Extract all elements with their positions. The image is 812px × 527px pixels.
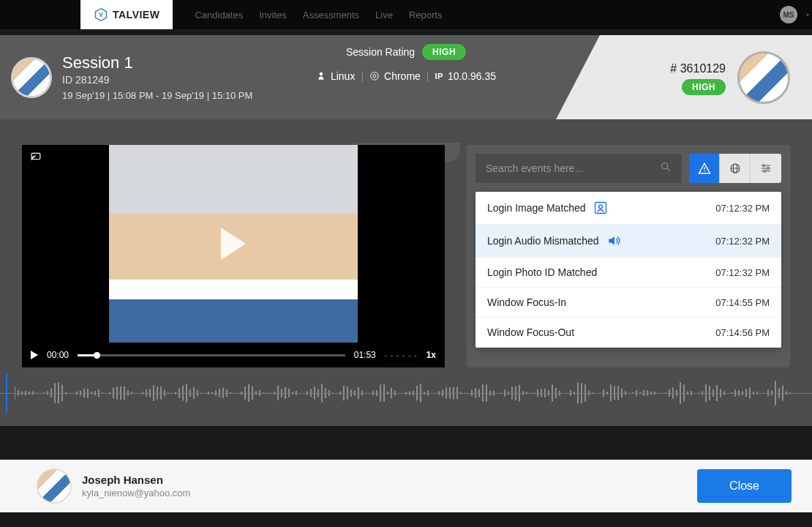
svg-point-18 (764, 170, 766, 172)
audio-timeline[interactable] (0, 367, 812, 419)
session-avatar[interactable] (11, 57, 52, 98)
event-label: Login Image Matched (487, 202, 586, 214)
event-row[interactable]: Window Focus-Out07:14:56 PM (475, 318, 781, 348)
nav-links: Candidates Invites Assessments Live Repo… (195, 10, 442, 20)
session-header: Session 1 ID 281249 19 Sep'19 | 15:08 PM… (0, 35, 812, 119)
events-panel: Login Image Matched07:12:32 PMLogin Audi… (467, 145, 790, 367)
brand-name: TALVIEW (113, 9, 159, 20)
rating-label: Session Rating (346, 46, 415, 58)
seek-track[interactable] (78, 354, 345, 356)
video-controls: 00:00 01:53 - - - - - - 1x (22, 343, 445, 367)
footer-email: kyla_nienow@yahoo.com (82, 487, 190, 498)
svg-point-20 (598, 205, 602, 209)
event-time: 07:12:32 PM (715, 203, 770, 214)
event-row[interactable]: Window Focus-In07:14:55 PM (475, 288, 781, 318)
signal-indicator: - - - - - - (385, 351, 418, 359)
event-time: 07:14:56 PM (715, 327, 770, 338)
timeline-cursor[interactable] (6, 373, 7, 413)
events-search[interactable] (475, 154, 682, 183)
face-icon (593, 201, 608, 215)
session-title: Session 1 (62, 53, 252, 72)
alerts-filter-button[interactable] (689, 154, 720, 183)
footer-avatar[interactable] (37, 468, 72, 504)
play-button[interactable] (221, 228, 246, 260)
search-input[interactable] (486, 162, 660, 174)
session-timerange: 19 Sep'19 | 15:08 PM - 19 Sep'19 | 15:10… (62, 90, 252, 101)
event-time: 07:12:32 PM (715, 236, 770, 247)
nav-invites[interactable]: Invites (259, 10, 287, 20)
time-total: 01:53 (354, 350, 376, 360)
nav-assessments[interactable]: Assessments (303, 10, 359, 20)
event-label: Login Audio Mismatched (487, 235, 599, 247)
chevron-down-icon: ▾ (806, 12, 809, 18)
cast-icon[interactable] (31, 152, 41, 163)
footer-bar: Joseph Hansen kyla_nienow@yahoo.com Clos… (0, 460, 812, 512)
audio-icon (606, 233, 621, 248)
svg-point-17 (767, 168, 770, 170)
event-time: 07:12:32 PM (715, 267, 770, 278)
browser-info: Chrome (369, 70, 421, 82)
play-small-button[interactable] (31, 351, 38, 359)
profile-menu[interactable]: MS (780, 6, 797, 23)
candidate-block: # 3610129 HIGH (556, 35, 812, 119)
candidate-id: # 3610129 (670, 62, 726, 75)
svg-line-7 (667, 168, 669, 171)
event-label: Login Photo ID Matched (487, 266, 597, 278)
svg-point-9 (704, 171, 705, 172)
session-id: ID 281249 (62, 74, 252, 86)
nav-reports[interactable]: Reports (409, 10, 443, 20)
events-list[interactable]: Login Image Matched07:12:32 PMLogin Audi… (475, 192, 781, 348)
svg-text:V: V (99, 11, 103, 18)
video-player: 00:00 01:53 - - - - - - 1x (22, 145, 445, 367)
event-row[interactable]: Login Audio Mismatched07:12:32 PM (475, 225, 781, 258)
rating-badge: HIGH (422, 44, 466, 60)
svg-point-3 (371, 72, 379, 81)
svg-point-2 (320, 72, 323, 76)
event-row[interactable]: Login Photo ID Matched07:12:32 PM (475, 258, 781, 288)
settings-filter-button[interactable] (751, 154, 781, 183)
sliders-icon (759, 162, 772, 175)
os-info: Linux (316, 70, 355, 82)
event-row[interactable]: Login Image Matched07:12:32 PM (475, 192, 781, 225)
session-center-info: Session Rating HIGH Linux | Chrome | IP … (316, 44, 496, 82)
svg-point-16 (763, 165, 765, 167)
candidate-badge: HIGH (682, 79, 726, 95)
logo-hexagon-icon: V (94, 7, 108, 22)
globe-filter-button[interactable] (720, 154, 751, 183)
search-icon[interactable] (660, 161, 672, 176)
time-current: 00:00 (47, 350, 69, 360)
event-time: 07:14:55 PM (715, 297, 770, 308)
close-button[interactable]: Close (697, 469, 792, 503)
video-canvas[interactable] (22, 145, 445, 343)
event-label: Window Focus-In (487, 296, 566, 308)
playback-speed[interactable]: 1x (426, 350, 436, 360)
svg-point-6 (662, 163, 668, 169)
brand-logo[interactable]: V TALVIEW (80, 0, 173, 29)
chrome-icon (369, 71, 380, 81)
top-navigation: V TALVIEW Candidates Invites Assessments… (0, 0, 812, 29)
globe-icon (729, 162, 742, 175)
svg-point-4 (373, 75, 376, 78)
environment-row: Linux | Chrome | IP 10.0.96.35 (316, 70, 496, 82)
alert-triangle-icon (698, 162, 711, 175)
svg-rect-19 (595, 203, 606, 214)
candidate-avatar[interactable] (737, 51, 790, 104)
footer-name: Joseph Hansen (82, 474, 190, 486)
ip-info: IP 10.0.96.35 (435, 70, 496, 82)
nav-live[interactable]: Live (375, 10, 393, 20)
event-label: Window Focus-Out (487, 326, 574, 338)
linux-icon (316, 71, 326, 81)
nav-candidates[interactable]: Candidates (195, 10, 243, 20)
